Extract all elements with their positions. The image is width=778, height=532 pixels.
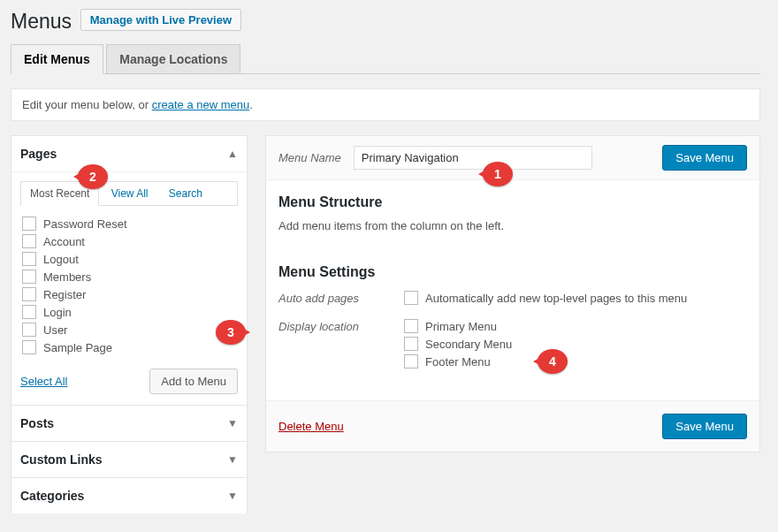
add-to-menu-button[interactable]: Add to Menu bbox=[149, 369, 238, 394]
save-menu-button-bottom[interactable]: Save Menu bbox=[662, 414, 747, 439]
subtab-search[interactable]: Search bbox=[160, 182, 211, 205]
page-item[interactable]: User bbox=[20, 321, 238, 338]
page-title: Menus bbox=[11, 10, 72, 34]
select-all-link[interactable]: Select All bbox=[20, 375, 67, 388]
annotation-balloon-2: 2 bbox=[78, 164, 108, 189]
accordion-pages-header[interactable]: Pages ▲ bbox=[11, 136, 247, 171]
auto-add-option-label: Automatically add new top-level pages to… bbox=[425, 292, 687, 305]
page-item[interactable]: Password Reset bbox=[20, 215, 238, 232]
chevron-down-icon: ▼ bbox=[227, 490, 238, 502]
accordion-custom-links: Custom Links ▼ bbox=[11, 441, 248, 478]
checkbox-icon[interactable] bbox=[22, 252, 36, 266]
page-item[interactable]: Account bbox=[20, 232, 238, 250]
nav-tabs: Edit Menus Manage Locations bbox=[11, 44, 760, 74]
pages-subtabs: Most Recent View All Search bbox=[20, 181, 238, 206]
create-new-menu-link[interactable]: create a new menu bbox=[152, 98, 250, 111]
location-option-secondary[interactable]: Secondary Menu bbox=[402, 337, 747, 351]
menu-header: Menu Name Save Menu bbox=[266, 136, 759, 180]
page-item-label: Login bbox=[43, 306, 72, 319]
page-wrap: Menus Manage with Live Preview Edit Menu… bbox=[11, 9, 760, 513]
checkbox-icon[interactable] bbox=[22, 340, 36, 354]
save-menu-button-top[interactable]: Save Menu bbox=[662, 145, 747, 171]
intro-suffix: . bbox=[249, 98, 253, 111]
checkbox-icon[interactable] bbox=[404, 337, 418, 351]
accordion-categories-header[interactable]: Categories ▼ bbox=[11, 478, 247, 513]
checkbox-icon[interactable] bbox=[22, 234, 36, 248]
intro-prefix: Edit your menu below, or bbox=[22, 98, 152, 111]
page-item[interactable]: Members bbox=[20, 268, 238, 285]
page-item-label: Account bbox=[43, 235, 85, 248]
page-item-label: Password Reset bbox=[43, 217, 127, 231]
accordion-custom-links-title: Custom Links bbox=[20, 452, 103, 467]
page-item-label: User bbox=[43, 323, 67, 337]
page-item-label: Sample Page bbox=[43, 341, 112, 354]
menu-name-label: Menu Name bbox=[278, 151, 341, 164]
location-option-primary[interactable]: Primary Menu bbox=[402, 319, 747, 333]
location-label: Secondary Menu bbox=[425, 338, 512, 351]
menu-structure-heading: Menu Structure bbox=[278, 194, 747, 210]
checkbox-icon[interactable] bbox=[22, 217, 36, 231]
menu-edit-panel: Menu Name Save Menu Menu Structure Add m… bbox=[265, 135, 760, 452]
checkbox-icon[interactable] bbox=[22, 287, 36, 301]
auto-add-option[interactable]: Automatically add new top-level pages to… bbox=[402, 291, 747, 305]
checkbox-icon[interactable] bbox=[22, 323, 36, 337]
tab-manage-locations[interactable]: Manage Locations bbox=[106, 44, 240, 73]
accordion-posts-title: Posts bbox=[20, 416, 54, 430]
page-item[interactable]: Login bbox=[20, 303, 238, 321]
page-item-label: Logout bbox=[43, 253, 79, 266]
accordion-pages-title: Pages bbox=[20, 147, 57, 161]
checkbox-icon[interactable] bbox=[404, 354, 418, 369]
chevron-down-icon: ▼ bbox=[227, 453, 238, 466]
annotation-balloon-3: 3 bbox=[216, 320, 246, 345]
location-option-footer[interactable]: Footer Menu bbox=[402, 354, 747, 369]
accordion-posts: Posts ▼ bbox=[11, 405, 248, 442]
auto-add-pages-label: Auto add pages bbox=[278, 291, 402, 308]
accordion-categories-title: Categories bbox=[20, 489, 84, 503]
annotation-balloon-1: 1 bbox=[483, 162, 513, 186]
checkbox-icon[interactable] bbox=[22, 270, 36, 284]
page-item-label: Members bbox=[43, 270, 91, 284]
accordion-column: Pages ▲ Most Recent View All Search Pass… bbox=[11, 135, 248, 513]
tab-edit-menus[interactable]: Edit Menus bbox=[11, 44, 103, 74]
accordion-pages: Pages ▲ Most Recent View All Search Pass… bbox=[11, 135, 248, 406]
menu-settings-heading: Menu Settings bbox=[278, 264, 747, 280]
intro-message: Edit your menu below, or create a new me… bbox=[11, 88, 760, 121]
delete-menu-link[interactable]: Delete Menu bbox=[278, 420, 344, 433]
pages-list: Password Reset Account Logout Members Re… bbox=[20, 211, 238, 360]
accordion-posts-header[interactable]: Posts ▼ bbox=[11, 406, 247, 441]
location-label: Primary Menu bbox=[425, 320, 497, 333]
checkbox-icon[interactable] bbox=[404, 319, 418, 333]
accordion-custom-links-header[interactable]: Custom Links ▼ bbox=[11, 442, 247, 477]
checkbox-icon[interactable] bbox=[404, 291, 418, 305]
page-item[interactable]: Sample Page bbox=[20, 338, 238, 356]
subtab-view-all[interactable]: View All bbox=[103, 182, 157, 205]
checkbox-icon[interactable] bbox=[22, 305, 36, 319]
chevron-down-icon: ▼ bbox=[227, 417, 238, 429]
menu-footer: Delete Menu Save Menu bbox=[266, 400, 759, 452]
page-item[interactable]: Register bbox=[20, 285, 238, 303]
location-label: Footer Menu bbox=[425, 355, 491, 369]
accordion-categories: Categories ▼ bbox=[11, 477, 248, 513]
display-location-label: Display location bbox=[278, 319, 402, 372]
chevron-up-icon: ▲ bbox=[227, 148, 238, 160]
menu-structure-help: Add menu items from the column on the le… bbox=[278, 219, 747, 232]
annotation-balloon-4: 4 bbox=[538, 349, 568, 374]
page-item[interactable]: Logout bbox=[20, 250, 238, 268]
page-item-label: Register bbox=[43, 288, 86, 301]
live-preview-button[interactable]: Manage with Live Preview bbox=[80, 9, 241, 31]
